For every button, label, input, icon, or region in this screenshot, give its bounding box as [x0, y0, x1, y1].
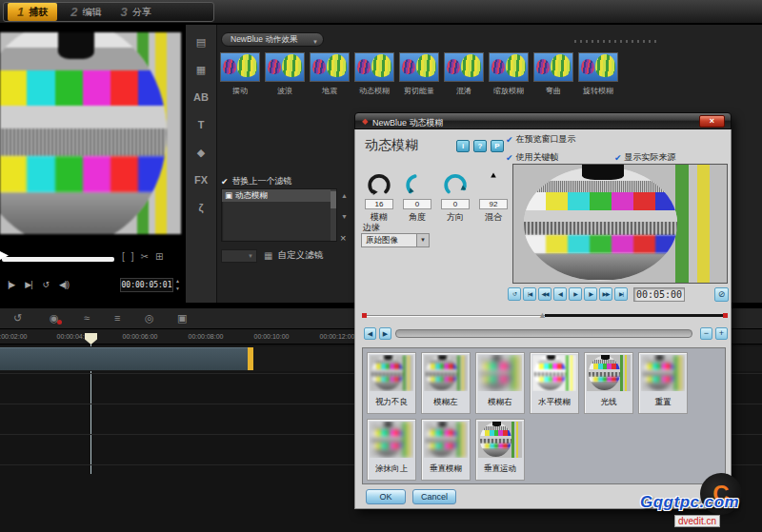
keyframe-slider[interactable]: ▲: [364, 310, 728, 324]
slider-end-cap[interactable]: [723, 313, 728, 318]
parameter-knob[interactable]: 16 模糊: [361, 171, 397, 224]
sidebar-category-icon[interactable]: ◆: [190, 145, 212, 160]
sidebar-category-icon[interactable]: ▦: [190, 62, 212, 77]
close-button[interactable]: ×: [699, 115, 725, 128]
preview-timecode[interactable]: 00:00:05:01: [120, 278, 173, 292]
preset-thumbnail[interactable]: [424, 355, 468, 391]
timeline-clip[interactable]: [0, 347, 249, 370]
sidebar-category-icon[interactable]: T: [190, 117, 212, 132]
effect-item[interactable]: 地震: [310, 52, 350, 96]
effect-item[interactable]: 旋转模糊: [578, 52, 618, 96]
show-source-checkbox[interactable]: ✔ 显示实际来源: [614, 151, 676, 164]
dialog-mini-button[interactable]: ?: [473, 140, 487, 152]
effect-thumbnail[interactable]: [354, 52, 394, 82]
trim-tool-icon[interactable]: [: [122, 251, 125, 262]
nav-left-button[interactable]: ◀: [364, 327, 376, 340]
effect-thumbnail[interactable]: [310, 52, 350, 82]
filter-delete-icon[interactable]: ×: [340, 232, 346, 244]
trim-tool-icon[interactable]: ]: [131, 251, 134, 262]
compare-button[interactable]: ⊘: [714, 287, 729, 302]
dialog-titlebar[interactable]: ◆ NewBlue 动态模糊 ×: [354, 112, 732, 129]
use-keyframes-checkbox[interactable]: ✔ 使用关键帧: [506, 151, 559, 164]
preview-scrubber[interactable]: [2, 257, 114, 262]
knob-dial-icon[interactable]: [480, 171, 507, 198]
transport-button[interactable]: ▶▶: [599, 287, 612, 301]
sidebar-category-icon[interactable]: FX: [190, 172, 212, 187]
preset-card[interactable]: 视力不良: [367, 352, 416, 414]
effect-item[interactable]: 动态模糊: [354, 52, 394, 96]
edge-dropdown[interactable]: 原始图像 ▼: [361, 233, 430, 247]
effect-item[interactable]: 摆动: [220, 52, 260, 96]
timeline-tool-icon[interactable]: ↺: [13, 312, 22, 325]
preset-card[interactable]: 垂直运动: [475, 419, 525, 481]
dropdown-arrow-icon[interactable]: ▼: [416, 234, 429, 246]
effect-item[interactable]: 波浪: [265, 52, 305, 96]
timeline-tool-icon[interactable]: ◎: [145, 312, 154, 325]
sidebar-category-icon[interactable]: ▤: [190, 34, 212, 49]
transport-button[interactable]: ◀|: [553, 287, 567, 301]
effect-thumbnail[interactable]: [533, 52, 573, 82]
preset-card[interactable]: 涂抹向上: [367, 419, 416, 481]
preset-thumbnail[interactable]: [478, 355, 522, 391]
preset-card[interactable]: 重置: [638, 352, 688, 414]
timeline-tool-icon[interactable]: ▣: [177, 312, 187, 325]
cancel-button[interactable]: Cancel: [412, 489, 456, 504]
preset-thumbnail[interactable]: [370, 422, 413, 458]
preset-thumbnail[interactable]: [370, 355, 413, 391]
ok-button[interactable]: OK: [366, 489, 406, 504]
sidebar-category-icon[interactable]: ζ: [190, 200, 212, 215]
transport-button[interactable]: ▶|: [614, 287, 628, 301]
timeline-tool-icon[interactable]: ≡: [114, 312, 120, 324]
spin-down-icon[interactable]: ▼: [175, 285, 180, 292]
timeline-tool-icon[interactable]: ◉: [50, 312, 59, 325]
effect-item[interactable]: 弯曲: [533, 52, 573, 96]
filter-move-down-icon[interactable]: ▼: [341, 213, 348, 220]
parameter-knob[interactable]: 0 方向: [437, 171, 473, 224]
step-tab[interactable]: 3 分享: [110, 3, 160, 21]
transport-button[interactable]: ▶: [569, 287, 582, 301]
preset-card[interactable]: 垂直模糊: [421, 419, 471, 481]
effect-thumbnail[interactable]: [220, 52, 260, 82]
filter-move-up-icon[interactable]: ▲: [341, 192, 348, 199]
customize-filter-button[interactable]: ▦ 自定义滤镜: [264, 249, 323, 262]
applied-filter-item[interactable]: ▣ 动态模糊: [222, 189, 336, 202]
transport-button[interactable]: ↺: [508, 287, 521, 301]
dialog-timecode[interactable]: 00:05:00: [633, 287, 685, 302]
player-control-icon[interactable]: ◀)): [59, 280, 69, 289]
effect-item[interactable]: 缩放模糊: [489, 52, 529, 96]
effect-thumbnail[interactable]: [399, 52, 439, 82]
parameter-knob[interactable]: 92 混合: [475, 171, 511, 224]
knob-dial-icon[interactable]: [404, 171, 431, 198]
preset-thumbnail[interactable]: [478, 422, 522, 458]
horizontal-scrollbar[interactable]: [395, 329, 692, 338]
applied-filters-list[interactable]: ▣ 动态模糊: [221, 188, 337, 242]
transport-button[interactable]: ◀◀: [538, 287, 551, 301]
timecode-spinner[interactable]: ▲ ▼: [175, 277, 180, 292]
zoom-in-button[interactable]: +: [715, 327, 728, 340]
spin-up-icon[interactable]: ▲: [175, 277, 180, 285]
effect-category-dropdown[interactable]: NewBlue 动作效果: [221, 32, 324, 47]
replace-filter-checkbox[interactable]: ✔ 替换上一个滤镜: [221, 175, 292, 187]
player-control-icon[interactable]: ↺: [43, 280, 50, 289]
knob-value-field[interactable]: 92: [479, 199, 508, 209]
show-in-preview-checkbox[interactable]: ✔ 在预览窗口显示: [506, 133, 576, 146]
transport-button[interactable]: |▶: [584, 287, 597, 301]
keyframe-marker-icon[interactable]: ▲: [538, 310, 547, 320]
nav-right-button[interactable]: ▶: [379, 327, 391, 340]
dialog-mini-button[interactable]: P: [491, 140, 504, 152]
preset-card[interactable]: 光线: [584, 352, 633, 414]
player-control-icon[interactable]: ▶|: [25, 280, 31, 289]
parameter-knob[interactable]: 0 角度: [399, 171, 435, 224]
preset-thumbnail[interactable]: [424, 422, 468, 458]
effect-thumbnail[interactable]: [489, 52, 529, 82]
knob-dial-icon[interactable]: [366, 171, 392, 198]
preset-card[interactable]: 水平模糊: [530, 352, 579, 414]
filter-list-scrollthumb[interactable]: [331, 191, 336, 208]
effect-item[interactable]: 混淆: [444, 52, 484, 96]
transport-button[interactable]: |◀: [523, 287, 536, 301]
preset-thumbnail[interactable]: [587, 355, 631, 391]
clip-trim-handle[interactable]: [248, 347, 253, 370]
effect-thumbnail[interactable]: [265, 52, 305, 82]
zoom-out-button[interactable]: −: [700, 327, 712, 340]
step-tab[interactable]: 1 捕获: [8, 3, 57, 21]
